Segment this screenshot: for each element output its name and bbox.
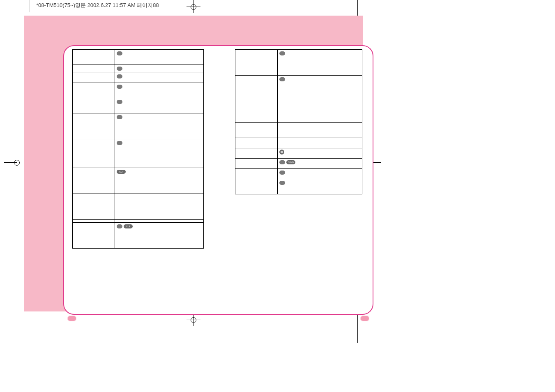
nav-key-icon xyxy=(279,77,285,81)
instruction-table-left: CLR CLR xyxy=(72,49,204,249)
table-cell-label xyxy=(73,50,115,65)
table-cell-content xyxy=(115,72,204,80)
table-cell-content xyxy=(278,169,362,179)
instruction-table-right: SEND xyxy=(235,49,362,194)
table-cell-label xyxy=(73,98,115,113)
table-cell-label xyxy=(73,194,115,219)
registration-mark-icon xyxy=(14,160,20,166)
send-key-icon: SEND xyxy=(286,160,295,164)
file-header: *08-TM510(75~)영문 2002.6.27 11:57 AM 페이지8… xyxy=(36,2,159,9)
phone-key-icon xyxy=(279,150,284,154)
table-cell-label xyxy=(73,83,115,98)
table-cell-label xyxy=(73,139,115,165)
table-cell-content xyxy=(115,80,204,83)
table-cell-content xyxy=(115,50,204,65)
nav-key-icon xyxy=(279,171,285,175)
table-cell-content: CLR xyxy=(115,168,204,194)
table-cell-label xyxy=(73,113,115,139)
table-cell-content xyxy=(115,219,204,222)
table-cell-label xyxy=(235,76,278,123)
table-cell-label xyxy=(73,222,115,248)
table-cell-content xyxy=(115,165,204,168)
manual-spread: CLR CLR SEND xyxy=(24,16,363,311)
table-cell-label xyxy=(73,165,115,168)
nav-key-icon xyxy=(117,115,122,119)
table-cell-content xyxy=(115,113,204,139)
table-cell-content xyxy=(278,148,362,159)
table-cell-content xyxy=(278,50,362,76)
nav-key-icon xyxy=(117,141,122,145)
page-number-badge-left xyxy=(67,316,76,321)
table-body: CLR CLR xyxy=(73,50,204,249)
crop-mark xyxy=(357,311,358,343)
clr-key-icon: CLR xyxy=(117,170,126,174)
table-cell-content xyxy=(115,65,204,72)
nav-key-icon xyxy=(279,181,285,185)
table-cell-content xyxy=(115,194,204,219)
table-cell-label xyxy=(235,50,278,76)
crop-mark xyxy=(29,311,29,343)
table-cell-content xyxy=(278,138,362,148)
file-header-divider xyxy=(30,0,30,12)
table-cell-label xyxy=(235,179,278,194)
nav-key-icon xyxy=(117,67,122,71)
clr-key-icon: CLR xyxy=(124,224,133,228)
table-cell-label xyxy=(73,219,115,222)
table-cell-content xyxy=(115,139,204,165)
nav-key-icon xyxy=(117,224,122,228)
table-cell-label xyxy=(73,65,115,72)
table-body: SEND xyxy=(235,50,362,194)
page-number-badge-right xyxy=(360,316,369,321)
registration-mark-icon xyxy=(191,317,196,323)
table-cell-content xyxy=(115,83,204,98)
nav-key-icon xyxy=(117,74,122,78)
table-cell-label xyxy=(235,123,278,138)
table-cell-content xyxy=(278,76,362,123)
table-cell-content: SEND xyxy=(278,159,362,169)
table-cell-label xyxy=(73,80,115,83)
table-cell-label xyxy=(235,148,278,159)
nav-key-icon xyxy=(117,85,122,89)
nav-key-icon xyxy=(117,100,122,104)
nav-key-icon xyxy=(279,51,285,55)
nav-key-icon xyxy=(117,51,122,55)
table-cell-label xyxy=(73,72,115,80)
table-cell-label xyxy=(235,169,278,179)
registration-mark-icon xyxy=(191,4,196,10)
table-cell-label xyxy=(235,138,278,148)
manual-page: CLR CLR SEND xyxy=(63,45,373,315)
table-cell-label xyxy=(235,159,278,169)
table-cell-content xyxy=(278,179,362,194)
nav-key-icon xyxy=(279,160,285,164)
table-cell-content: CLR xyxy=(115,222,204,248)
table-cell-content xyxy=(278,123,362,138)
table-cell-content xyxy=(115,98,204,113)
table-cell-label xyxy=(73,168,115,194)
